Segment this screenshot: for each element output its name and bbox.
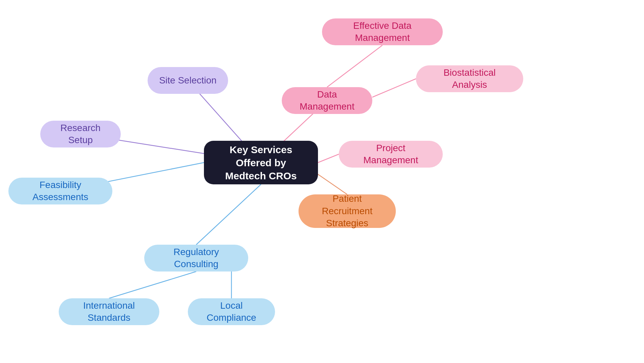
biostatistical-analysis-label: Biostatistical Analysis — [427, 67, 513, 91]
international-standards-label: International Standards — [69, 300, 149, 324]
patient-recruitment-label: Patient Recruitment Strategies — [309, 193, 385, 229]
project-management-node: Project Management — [339, 141, 443, 168]
effective-data-management-node: Effective Data Management — [322, 18, 443, 45]
svg-line-9 — [318, 154, 339, 163]
local-compliance-node: Local Compliance — [188, 298, 275, 325]
international-standards-node: International Standards — [59, 298, 159, 325]
effective-data-management-label: Effective Data Management — [333, 20, 432, 44]
research-setup-label: Research Setup — [51, 122, 110, 146]
biostatistical-analysis-node: Biostatistical Analysis — [416, 65, 523, 92]
data-management-label: Data Management — [292, 88, 362, 113]
svg-line-10 — [318, 174, 347, 194]
center-node: Key Services Offered by Medtech CROs — [204, 141, 318, 184]
svg-line-7 — [327, 45, 382, 87]
svg-line-4 — [109, 271, 196, 298]
svg-line-3 — [196, 184, 261, 245]
local-compliance-label: Local Compliance — [199, 300, 264, 324]
data-management-node: Data Management — [282, 87, 372, 114]
feasibility-label: Feasibility Assessments — [19, 179, 102, 203]
feasibility-node: Feasibility Assessments — [8, 178, 112, 204]
svg-line-8 — [372, 79, 416, 97]
regulatory-node: Regulatory Consulting — [144, 245, 248, 271]
project-management-label: Project Management — [350, 142, 432, 167]
regulatory-label: Regulatory Consulting — [155, 246, 237, 270]
site-selection-node: Site Selection — [148, 67, 228, 94]
patient-recruitment-node: Patient Recruitment Strategies — [299, 194, 396, 228]
research-setup-node: Research Setup — [40, 121, 121, 147]
site-selection-label: Site Selection — [159, 74, 216, 86]
center-label: Key Services Offered by Medtech CROs — [215, 143, 307, 182]
